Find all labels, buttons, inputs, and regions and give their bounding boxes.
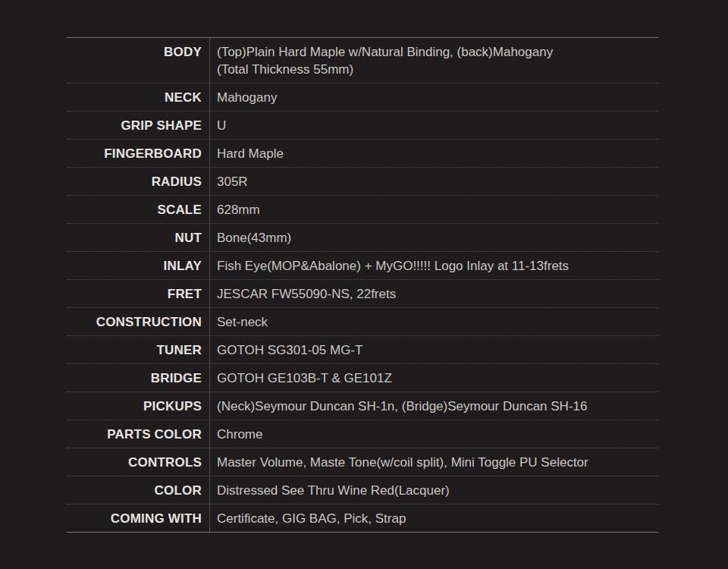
spec-row-label: RADIUS xyxy=(67,168,209,195)
spec-row-value: Fish Eye(MOP&Abalone) + MyGO!!!!! Logo I… xyxy=(209,252,658,279)
spec-row-value: Master Volume, Maste Tone(w/coil split),… xyxy=(209,448,658,476)
guitar-spec-table: BODY (Top)Plain Hard Maple w/Natural Bin… xyxy=(67,37,658,533)
spec-row-value: (Neck)Seymour Duncan SH-1n, (Bridge)Seym… xyxy=(209,392,658,420)
spec-row-value: U xyxy=(209,112,658,139)
spec-row-label: PARTS COLOR xyxy=(67,420,209,448)
spec-row-label: FRET xyxy=(67,280,209,307)
spec-row-label: NUT xyxy=(67,224,209,251)
spec-row: CONSTRUCTION Set-neck xyxy=(67,307,658,335)
spec-row-value: Certificate, GIG BAG, Pick, Strap xyxy=(209,505,658,532)
spec-sheet-page: BODY (Top)Plain Hard Maple w/Natural Bin… xyxy=(0,0,728,569)
spec-row: BODY (Top)Plain Hard Maple w/Natural Bin… xyxy=(67,38,658,83)
spec-row-label: SCALE xyxy=(67,196,209,223)
spec-row: COLOR Distressed See Thru Wine Red(Lacqu… xyxy=(67,476,658,504)
spec-row-label: CONSTRUCTION xyxy=(67,308,209,335)
spec-row-value: Distressed See Thru Wine Red(Lacquer) xyxy=(209,476,658,504)
spec-row-label: NECK xyxy=(67,83,209,111)
spec-row-label: TUNER xyxy=(67,336,209,363)
spec-row-value: Chrome xyxy=(209,420,658,448)
spec-row: INLAY Fish Eye(MOP&Abalone) + MyGO!!!!! … xyxy=(67,251,658,279)
spec-row: NUT Bone(43mm) xyxy=(67,223,658,251)
spec-row-value: Bone(43mm) xyxy=(209,224,658,251)
spec-row-value: Mahogany xyxy=(209,83,658,111)
spec-row-label: BODY xyxy=(67,38,209,83)
spec-row: TUNER GOTOH SG301-05 MG-T xyxy=(67,335,658,363)
spec-row-value: Set-neck xyxy=(209,308,658,335)
spec-row: SCALE 628mm xyxy=(67,195,658,223)
spec-row: PARTS COLOR Chrome xyxy=(67,420,658,448)
spec-row-label: COLOR xyxy=(67,476,209,504)
spec-row-label: GRIP SHAPE xyxy=(67,112,209,139)
spec-row: CONTROLS Master Volume, Maste Tone(w/coi… xyxy=(67,448,658,476)
spec-row-label: INLAY xyxy=(67,252,209,279)
spec-row-label: COMING WITH xyxy=(67,505,209,532)
spec-row-value: 628mm xyxy=(209,196,658,223)
spec-row: BRIDGE GOTOH GE103B-T & GE101Z xyxy=(67,363,658,391)
spec-row-value: (Top)Plain Hard Maple w/Natural Binding,… xyxy=(209,38,658,83)
spec-row: PICKUPS (Neck)Seymour Duncan SH-1n, (Bri… xyxy=(67,391,658,420)
spec-row: COMING WITH Certificate, GIG BAG, Pick, … xyxy=(67,504,658,532)
spec-row-label: BRIDGE xyxy=(67,364,209,391)
spec-row-label: FINGERBOARD xyxy=(67,140,209,167)
spec-row-value: Hard Maple xyxy=(209,140,658,167)
spec-row-value: JESCAR FW55090-NS, 22frets xyxy=(209,280,658,307)
spec-row: RADIUS 305R xyxy=(67,167,658,195)
spec-row: FINGERBOARD Hard Maple xyxy=(67,139,658,167)
spec-row-label: CONTROLS xyxy=(67,448,209,476)
spec-row: NECK Mahogany xyxy=(67,83,658,111)
spec-row-value: 305R xyxy=(209,168,658,195)
spec-row-value: GOTOH SG301-05 MG-T xyxy=(209,336,658,363)
spec-row: GRIP SHAPE U xyxy=(67,111,658,139)
spec-row-value: GOTOH GE103B-T & GE101Z xyxy=(209,364,658,391)
spec-row: FRET JESCAR FW55090-NS, 22frets xyxy=(67,279,658,307)
spec-row-label: PICKUPS xyxy=(67,392,209,420)
